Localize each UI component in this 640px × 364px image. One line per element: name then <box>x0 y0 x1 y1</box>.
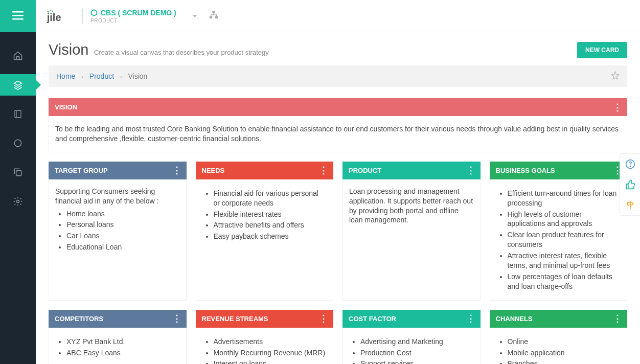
help-icon[interactable] <box>620 154 640 174</box>
svg-point-16 <box>630 166 630 167</box>
product-label: PRODUCT <box>90 18 176 24</box>
breadcrumb-sep: › <box>81 74 83 80</box>
card-title: TARGET GROUP <box>55 167 108 174</box>
more-icon[interactable]: ⋮ <box>319 167 327 174</box>
breadcrumb-product[interactable]: Product <box>89 72 114 80</box>
list-item: Mobile application <box>508 348 621 358</box>
competitors-card: COMPETITORS ⋮ XYZ Pvt Bank Ltd.ABC Easy … <box>49 310 187 364</box>
more-icon[interactable]: ⋮ <box>466 315 474 322</box>
card-title: PRODUCT <box>349 167 381 174</box>
signpost-icon[interactable] <box>620 195 640 215</box>
breadcrumb-home[interactable]: Home <box>56 72 75 80</box>
channels-card: CHANNELS ⋮ OnlineMobile applicationBranc… <box>490 310 628 364</box>
list-item: Attractive benefits and offers <box>214 220 327 230</box>
list-item: Advertising and Marketing <box>360 337 474 347</box>
list-item: Branches <box>508 359 621 364</box>
more-icon[interactable]: ⋮ <box>172 315 180 322</box>
card-list: Financial aid for various personal or co… <box>202 189 327 241</box>
svg-rect-8 <box>210 16 212 19</box>
svg-point-12 <box>14 140 21 146</box>
list-item: Easy payback schemes <box>214 232 327 241</box>
svg-text:jile: jile <box>47 12 61 23</box>
list-item: Low percentages of loan defaults and loa… <box>508 272 621 291</box>
list-item: Personal loans <box>66 220 180 230</box>
list-item: Support services <box>360 359 474 364</box>
card-title: BUSINESS GOALS <box>496 167 555 174</box>
card-title: COMPETITORS <box>55 315 103 323</box>
canvas-row-2: COMPETITORS ⋮ XYZ Pvt Bank Ltd.ABC Easy … <box>49 310 627 364</box>
list-item: Interest on loans <box>214 359 327 364</box>
card-title: COST FACTOR <box>349 315 396 323</box>
card-title: REVENUE STREAMS <box>202 315 268 323</box>
revenue-card: REVENUE STREAMS ⋮ AdvertisementsMonthly … <box>196 310 334 364</box>
card-title: NEEDS <box>202 167 225 174</box>
needs-card: NEEDS ⋮ Financial aid for various person… <box>196 162 334 301</box>
right-toolbar <box>620 153 640 216</box>
product-name: CBS ( SCRUM DEMO ) <box>101 9 176 17</box>
svg-rect-9 <box>215 16 217 19</box>
product-card: PRODUCT ⋮ Loan processing and management… <box>342 162 481 301</box>
sidebar-home[interactable] <box>0 45 36 66</box>
card-list: Home loansPersonal loansCar LoansEducati… <box>55 209 180 253</box>
vision-text: To be the leading and most trusted Core … <box>49 116 627 152</box>
topbar: jile CBS ( SCRUM DEMO ) PRODUCT <box>0 0 640 32</box>
more-icon[interactable]: ⋮ <box>613 104 621 111</box>
page-subtitle: Create a visual canvas that describes yo… <box>94 49 269 56</box>
business-goals-card: BUSINESS GOALS ⋮ Efficient turn-around t… <box>490 162 628 301</box>
new-card-button[interactable]: NEW CARD <box>577 42 627 58</box>
svg-point-4 <box>50 10 52 11</box>
breadcrumb-current: Vision <box>128 72 148 80</box>
sidebar-notebook[interactable] <box>0 103 36 125</box>
menu-toggle[interactable] <box>0 0 36 32</box>
list-item: Efficient turn-around times for loan pro… <box>508 189 621 208</box>
more-icon[interactable]: ⋮ <box>613 315 621 322</box>
list-item: Monthly Recurring Revenue (MRR) <box>214 348 327 358</box>
divider <box>82 8 83 24</box>
list-item: ABC Easy Loans <box>66 348 180 358</box>
breadcrumb: Home › Product › Vision <box>49 65 627 87</box>
more-icon[interactable]: ⋮ <box>172 167 180 174</box>
canvas-row-1: TARGET GROUP ⋮ Supporting Consumers seek… <box>49 162 627 301</box>
card-list: XYZ Pvt Bank Ltd.ABC Easy Loans <box>55 337 180 358</box>
sidebar-copy[interactable] <box>0 162 36 183</box>
card-intro: Supporting Consumers seeking financial a… <box>55 187 180 206</box>
list-item: Car Loans <box>66 231 180 241</box>
card-list: OnlineMobile applicationBranchesBanking … <box>496 337 621 364</box>
svg-rect-1 <box>12 15 24 16</box>
svg-rect-2 <box>12 18 24 20</box>
list-item: Online <box>508 337 621 347</box>
vision-card: VISION ⋮ To be the leading and most trus… <box>49 98 627 152</box>
logo[interactable]: jile <box>45 8 73 24</box>
cost-card: COST FACTOR ⋮ Advertising and MarketingP… <box>342 310 481 364</box>
list-item: Advertisements <box>214 337 327 347</box>
thumbs-up-icon[interactable] <box>620 174 640 195</box>
list-item: Attractive interest rates, flexible term… <box>508 251 621 270</box>
more-icon[interactable]: ⋮ <box>466 167 474 174</box>
sidebar-circle[interactable] <box>0 132 36 154</box>
breadcrumb-sep: › <box>120 74 122 80</box>
page-title: Vision <box>49 41 88 58</box>
list-item: Financial aid for various personal or co… <box>214 189 327 208</box>
card-list: Efficient turn-around times for loan pro… <box>496 189 621 291</box>
svg-rect-0 <box>12 11 24 13</box>
org-hierarchy-icon[interactable] <box>209 10 218 21</box>
list-item: Educational Loan <box>66 242 180 252</box>
main-content: Vision Create a visual canvas that descr… <box>36 32 640 364</box>
list-item: Production Cost <box>360 348 474 358</box>
more-icon[interactable]: ⋮ <box>319 315 327 322</box>
list-item: High levels of customer applications and… <box>508 210 621 229</box>
list-item: Home loans <box>66 209 180 219</box>
target-group-card: TARGET GROUP ⋮ Supporting Consumers seek… <box>49 162 187 301</box>
product-switcher[interactable]: CBS ( SCRUM DEMO ) PRODUCT <box>90 9 176 24</box>
svg-rect-13 <box>16 171 21 176</box>
product-dropdown[interactable] <box>192 11 198 20</box>
svg-rect-11 <box>15 110 21 118</box>
vision-title: VISION <box>55 103 77 111</box>
favorite-icon[interactable] <box>611 71 620 81</box>
sidebar-layers[interactable] <box>0 74 36 96</box>
list-item: Clear loan product features for consumer… <box>508 230 621 249</box>
card-list: AdvertisementsMonthly Recurring Revenue … <box>202 337 327 364</box>
list-item: XYZ Pvt Bank Ltd. <box>66 337 180 347</box>
sidebar-settings[interactable] <box>0 191 36 212</box>
card-text: Loan processing and management applicati… <box>342 179 481 301</box>
